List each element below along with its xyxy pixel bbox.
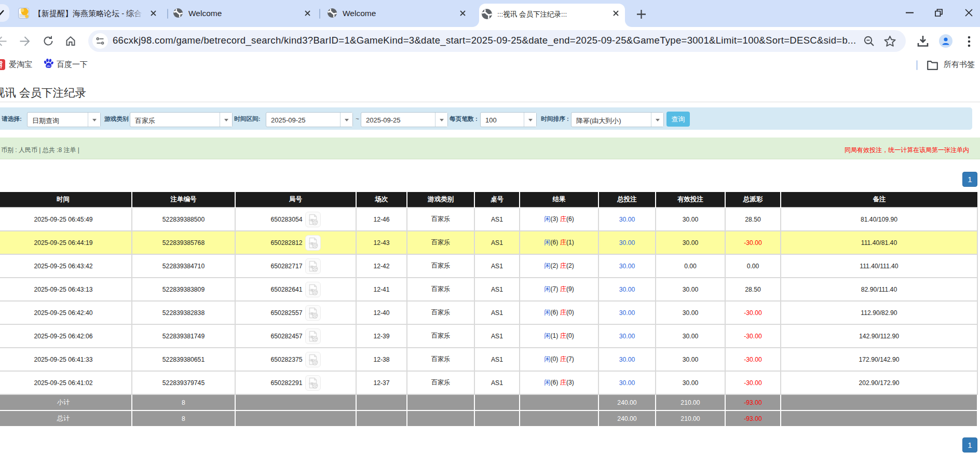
svg-text:du: du xyxy=(47,64,50,67)
